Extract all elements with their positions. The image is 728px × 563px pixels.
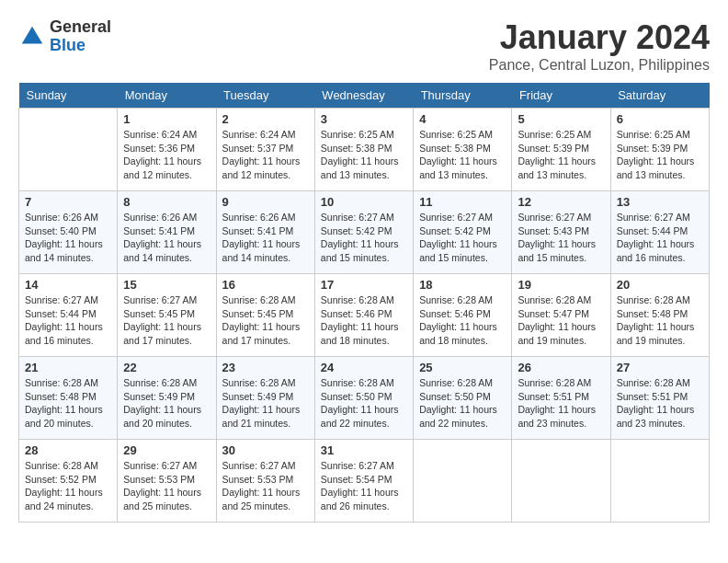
calendar-cell: 19Sunrise: 6:28 AM Sunset: 5:47 PM Dayli… xyxy=(512,274,610,357)
calendar-week-row: 28Sunrise: 6:28 AM Sunset: 5:52 PM Dayli… xyxy=(19,440,710,523)
day-info: Sunrise: 6:26 AM Sunset: 5:41 PM Dayligh… xyxy=(123,211,210,265)
day-number: 26 xyxy=(518,361,604,374)
logo-icon xyxy=(18,23,46,51)
calendar-cell: 18Sunrise: 6:28 AM Sunset: 5:46 PM Dayli… xyxy=(414,274,512,357)
column-header-sunday: Sunday xyxy=(19,83,118,109)
day-number: 29 xyxy=(123,443,210,457)
day-info: Sunrise: 6:25 AM Sunset: 5:39 PM Dayligh… xyxy=(518,128,604,182)
day-number: 15 xyxy=(123,278,210,292)
svg-marker-0 xyxy=(22,27,43,44)
calendar-cell: 22Sunrise: 6:28 AM Sunset: 5:49 PM Dayli… xyxy=(118,357,216,440)
day-info: Sunrise: 6:24 AM Sunset: 5:37 PM Dayligh… xyxy=(222,128,309,182)
day-info: Sunrise: 6:25 AM Sunset: 5:38 PM Dayligh… xyxy=(419,128,506,182)
calendar-cell: 21Sunrise: 6:28 AM Sunset: 5:48 PM Dayli… xyxy=(19,357,118,440)
header: General Blue January 2024 Pance, Central… xyxy=(18,18,710,74)
calendar-cell xyxy=(19,109,118,191)
day-info: Sunrise: 6:28 AM Sunset: 5:49 PM Dayligh… xyxy=(222,376,309,431)
calendar-cell: 3Sunrise: 6:25 AM Sunset: 5:38 PM Daylig… xyxy=(314,109,413,191)
calendar-cell: 20Sunrise: 6:28 AM Sunset: 5:48 PM Dayli… xyxy=(610,274,709,357)
day-info: Sunrise: 6:28 AM Sunset: 5:48 PM Dayligh… xyxy=(25,376,111,431)
calendar-cell: 13Sunrise: 6:27 AM Sunset: 5:44 PM Dayli… xyxy=(610,191,709,274)
day-number: 23 xyxy=(222,361,309,374)
day-info: Sunrise: 6:28 AM Sunset: 5:50 PM Dayligh… xyxy=(321,376,407,431)
day-number: 7 xyxy=(25,195,111,209)
day-number: 6 xyxy=(617,112,703,126)
day-number: 9 xyxy=(222,195,309,209)
day-number: 13 xyxy=(617,195,703,209)
calendar-cell: 9Sunrise: 6:26 AM Sunset: 5:41 PM Daylig… xyxy=(216,191,314,274)
calendar-cell: 25Sunrise: 6:28 AM Sunset: 5:50 PM Dayli… xyxy=(414,357,512,440)
calendar-week-row: 21Sunrise: 6:28 AM Sunset: 5:48 PM Dayli… xyxy=(19,357,710,440)
day-info: Sunrise: 6:28 AM Sunset: 5:52 PM Dayligh… xyxy=(25,459,111,513)
day-info: Sunrise: 6:26 AM Sunset: 5:40 PM Dayligh… xyxy=(25,211,111,265)
column-header-wednesday: Wednesday xyxy=(314,83,413,109)
calendar-cell: 5Sunrise: 6:25 AM Sunset: 5:39 PM Daylig… xyxy=(512,109,610,191)
column-header-tuesday: Tuesday xyxy=(216,83,314,109)
day-info: Sunrise: 6:28 AM Sunset: 5:51 PM Dayligh… xyxy=(617,376,703,431)
calendar-cell: 11Sunrise: 6:27 AM Sunset: 5:42 PM Dayli… xyxy=(414,191,512,274)
calendar-cell xyxy=(610,440,709,523)
day-info: Sunrise: 6:27 AM Sunset: 5:53 PM Dayligh… xyxy=(123,459,210,513)
calendar-title: January 2024 xyxy=(489,18,710,57)
day-number: 28 xyxy=(25,443,111,457)
day-number: 10 xyxy=(321,195,407,209)
day-info: Sunrise: 6:25 AM Sunset: 5:38 PM Dayligh… xyxy=(321,128,407,182)
calendar-cell: 31Sunrise: 6:27 AM Sunset: 5:54 PM Dayli… xyxy=(314,440,413,523)
calendar-week-row: 14Sunrise: 6:27 AM Sunset: 5:44 PM Dayli… xyxy=(19,274,710,357)
day-info: Sunrise: 6:28 AM Sunset: 5:45 PM Dayligh… xyxy=(222,293,309,348)
day-number: 19 xyxy=(518,278,604,292)
calendar-cell: 26Sunrise: 6:28 AM Sunset: 5:51 PM Dayli… xyxy=(512,357,610,440)
calendar-cell: 12Sunrise: 6:27 AM Sunset: 5:43 PM Dayli… xyxy=(512,191,610,274)
calendar-cell: 1Sunrise: 6:24 AM Sunset: 5:36 PM Daylig… xyxy=(118,109,216,191)
calendar-cell: 24Sunrise: 6:28 AM Sunset: 5:50 PM Dayli… xyxy=(314,357,413,440)
day-info: Sunrise: 6:28 AM Sunset: 5:49 PM Dayligh… xyxy=(123,376,210,431)
day-number: 20 xyxy=(617,278,703,292)
day-number: 4 xyxy=(419,112,506,126)
calendar-cell: 7Sunrise: 6:26 AM Sunset: 5:40 PM Daylig… xyxy=(19,191,118,274)
day-number: 16 xyxy=(222,278,309,292)
day-info: Sunrise: 6:27 AM Sunset: 5:44 PM Dayligh… xyxy=(25,293,111,348)
day-number: 12 xyxy=(518,195,604,209)
column-header-saturday: Saturday xyxy=(610,83,709,109)
day-number: 31 xyxy=(321,443,407,457)
day-number: 25 xyxy=(419,361,506,374)
calendar-subtitle: Pance, Central Luzon, Philippines xyxy=(489,57,710,74)
calendar-cell: 2Sunrise: 6:24 AM Sunset: 5:37 PM Daylig… xyxy=(216,109,314,191)
day-number: 3 xyxy=(321,112,407,126)
day-number: 1 xyxy=(123,112,210,126)
column-header-thursday: Thursday xyxy=(414,83,512,109)
calendar-cell: 27Sunrise: 6:28 AM Sunset: 5:51 PM Dayli… xyxy=(610,357,709,440)
day-number: 17 xyxy=(321,278,407,292)
day-number: 27 xyxy=(617,361,703,374)
day-info: Sunrise: 6:28 AM Sunset: 5:50 PM Dayligh… xyxy=(419,376,506,431)
day-number: 14 xyxy=(25,278,111,292)
title-area: January 2024 Pance, Central Luzon, Phili… xyxy=(489,18,710,74)
calendar-cell: 29Sunrise: 6:27 AM Sunset: 5:53 PM Dayli… xyxy=(118,440,216,523)
day-info: Sunrise: 6:28 AM Sunset: 5:46 PM Dayligh… xyxy=(419,293,506,348)
calendar-table: SundayMondayTuesdayWednesdayThursdayFrid… xyxy=(18,83,710,523)
day-info: Sunrise: 6:27 AM Sunset: 5:53 PM Dayligh… xyxy=(222,459,309,513)
day-info: Sunrise: 6:28 AM Sunset: 5:51 PM Dayligh… xyxy=(518,376,604,431)
day-info: Sunrise: 6:27 AM Sunset: 5:43 PM Dayligh… xyxy=(518,211,604,265)
day-info: Sunrise: 6:28 AM Sunset: 5:47 PM Dayligh… xyxy=(518,293,604,348)
calendar-cell: 28Sunrise: 6:28 AM Sunset: 5:52 PM Dayli… xyxy=(19,440,118,523)
calendar-cell xyxy=(512,440,610,523)
column-header-monday: Monday xyxy=(118,83,216,109)
day-number: 5 xyxy=(518,112,604,126)
day-number: 2 xyxy=(222,112,309,126)
day-info: Sunrise: 6:27 AM Sunset: 5:54 PM Dayligh… xyxy=(321,459,407,513)
day-number: 18 xyxy=(419,278,506,292)
calendar-week-row: 1Sunrise: 6:24 AM Sunset: 5:36 PM Daylig… xyxy=(19,109,710,191)
day-info: Sunrise: 6:25 AM Sunset: 5:39 PM Dayligh… xyxy=(617,128,703,182)
calendar-cell: 10Sunrise: 6:27 AM Sunset: 5:42 PM Dayli… xyxy=(314,191,413,274)
calendar-cell: 8Sunrise: 6:26 AM Sunset: 5:41 PM Daylig… xyxy=(118,191,216,274)
day-info: Sunrise: 6:27 AM Sunset: 5:45 PM Dayligh… xyxy=(123,293,210,348)
calendar-cell xyxy=(414,440,512,523)
calendar-cell: 4Sunrise: 6:25 AM Sunset: 5:38 PM Daylig… xyxy=(414,109,512,191)
logo: General Blue xyxy=(18,18,111,55)
day-number: 8 xyxy=(123,195,210,209)
day-info: Sunrise: 6:27 AM Sunset: 5:42 PM Dayligh… xyxy=(419,211,506,265)
calendar-week-row: 7Sunrise: 6:26 AM Sunset: 5:40 PM Daylig… xyxy=(19,191,710,274)
column-header-friday: Friday xyxy=(512,83,610,109)
day-info: Sunrise: 6:27 AM Sunset: 5:42 PM Dayligh… xyxy=(321,211,407,265)
